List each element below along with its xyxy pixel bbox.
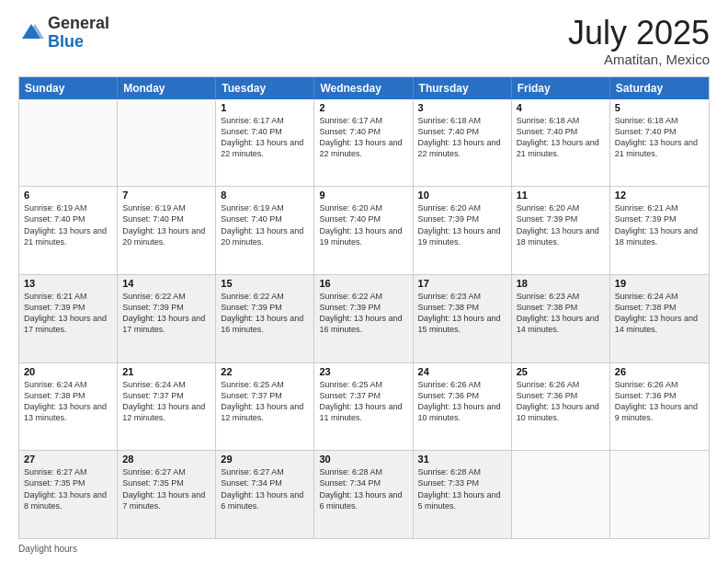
calendar-day-cell: 23Sunrise: 6:25 AM Sunset: 7:37 PM Dayli… [314,363,413,451]
calendar-day-cell: 19Sunrise: 6:24 AM Sunset: 7:38 PM Dayli… [610,275,709,362]
weekday-header: Tuesday [216,77,314,99]
day-number: 5 [615,102,704,113]
logo: General Blue [18,15,109,52]
calendar-day-cell: 29Sunrise: 6:27 AM Sunset: 7:34 PM Dayli… [216,451,314,538]
day-number: 2 [319,102,407,113]
day-number: 21 [122,366,210,377]
day-number: 10 [418,190,506,201]
day-number: 25 [517,366,605,377]
calendar-day-cell: 13Sunrise: 6:21 AM Sunset: 7:39 PM Dayli… [19,275,118,362]
day-number: 7 [122,190,210,201]
day-info: Sunrise: 6:24 AM Sunset: 7:38 PM Dayligh… [24,379,112,424]
calendar-body: 1Sunrise: 6:17 AM Sunset: 7:40 PM Daylig… [19,99,709,538]
calendar-day-cell [610,451,709,538]
day-number: 23 [319,366,407,377]
logo-icon [18,20,44,46]
day-number: 3 [418,102,506,113]
day-info: Sunrise: 6:18 AM Sunset: 7:40 PM Dayligh… [418,115,506,160]
weekday-header: Wednesday [314,77,413,99]
calendar-day-cell: 25Sunrise: 6:26 AM Sunset: 7:36 PM Dayli… [512,363,610,451]
weekday-header: Thursday [414,77,512,99]
day-number: 4 [517,102,605,113]
calendar-week-row: 1Sunrise: 6:17 AM Sunset: 7:40 PM Daylig… [19,99,709,187]
day-number: 27 [24,454,112,465]
calendar-day-cell: 12Sunrise: 6:21 AM Sunset: 7:39 PM Dayli… [610,187,709,274]
calendar-day-cell: 5Sunrise: 6:18 AM Sunset: 7:40 PM Daylig… [610,99,709,187]
calendar-day-cell: 1Sunrise: 6:17 AM Sunset: 7:40 PM Daylig… [216,99,314,187]
header: General Blue July 2025 Amatitan, Mexico [18,15,710,67]
calendar-day-cell: 9Sunrise: 6:20 AM Sunset: 7:40 PM Daylig… [314,187,413,274]
logo-blue: Blue [48,32,84,51]
day-info: Sunrise: 6:24 AM Sunset: 7:38 PM Dayligh… [615,291,704,336]
day-number: 26 [615,366,704,377]
calendar-day-cell: 18Sunrise: 6:23 AM Sunset: 7:38 PM Dayli… [512,275,610,362]
calendar-day-cell: 24Sunrise: 6:26 AM Sunset: 7:36 PM Dayli… [414,363,512,451]
day-info: Sunrise: 6:21 AM Sunset: 7:39 PM Dayligh… [24,291,112,336]
title-block: July 2025 Amatitan, Mexico [568,15,710,67]
day-number: 8 [221,190,309,201]
day-info: Sunrise: 6:19 AM Sunset: 7:40 PM Dayligh… [122,202,210,247]
day-info: Sunrise: 6:25 AM Sunset: 7:37 PM Dayligh… [319,379,407,424]
day-info: Sunrise: 6:26 AM Sunset: 7:36 PM Dayligh… [615,379,704,424]
day-number: 29 [221,454,309,465]
weekday-header: Saturday [610,77,709,99]
day-number: 9 [319,190,407,201]
calendar-day-cell [512,451,610,538]
day-number: 18 [517,278,605,289]
calendar-day-cell: 4Sunrise: 6:18 AM Sunset: 7:40 PM Daylig… [512,99,610,187]
calendar-week-row: 13Sunrise: 6:21 AM Sunset: 7:39 PM Dayli… [19,274,709,362]
day-info: Sunrise: 6:22 AM Sunset: 7:39 PM Dayligh… [319,291,407,336]
calendar-week-row: 20Sunrise: 6:24 AM Sunset: 7:38 PM Dayli… [19,362,709,451]
logo-text: General Blue [48,15,109,52]
day-info: Sunrise: 6:28 AM Sunset: 7:34 PM Dayligh… [319,466,407,511]
calendar-week-row: 6Sunrise: 6:19 AM Sunset: 7:40 PM Daylig… [19,186,709,274]
day-number: 28 [122,454,210,465]
calendar-week-row: 27Sunrise: 6:27 AM Sunset: 7:35 PM Dayli… [19,450,709,538]
calendar-day-cell: 28Sunrise: 6:27 AM Sunset: 7:35 PM Dayli… [118,451,216,538]
calendar-day-cell: 20Sunrise: 6:24 AM Sunset: 7:38 PM Dayli… [19,363,118,451]
calendar-day-cell: 11Sunrise: 6:20 AM Sunset: 7:39 PM Dayli… [512,187,610,274]
day-info: Sunrise: 6:26 AM Sunset: 7:36 PM Dayligh… [517,379,605,424]
calendar-day-cell: 6Sunrise: 6:19 AM Sunset: 7:40 PM Daylig… [19,187,118,274]
day-info: Sunrise: 6:19 AM Sunset: 7:40 PM Dayligh… [221,202,309,247]
calendar-day-cell: 22Sunrise: 6:25 AM Sunset: 7:37 PM Dayli… [216,363,314,451]
weekday-header: Monday [118,77,216,99]
day-number: 11 [517,190,605,201]
day-info: Sunrise: 6:22 AM Sunset: 7:39 PM Dayligh… [122,291,210,336]
day-info: Sunrise: 6:20 AM Sunset: 7:39 PM Dayligh… [418,202,506,247]
day-info: Sunrise: 6:24 AM Sunset: 7:37 PM Dayligh… [122,379,210,424]
day-number: 1 [221,102,309,113]
calendar-day-cell [19,99,118,187]
calendar-day-cell: 15Sunrise: 6:22 AM Sunset: 7:39 PM Dayli… [216,275,314,362]
day-number: 15 [221,278,309,289]
day-info: Sunrise: 6:21 AM Sunset: 7:39 PM Dayligh… [615,202,704,247]
day-info: Sunrise: 6:18 AM Sunset: 7:40 PM Dayligh… [517,115,605,160]
day-number: 30 [319,454,407,465]
day-info: Sunrise: 6:22 AM Sunset: 7:39 PM Dayligh… [221,291,309,336]
day-info: Sunrise: 6:27 AM Sunset: 7:34 PM Dayligh… [221,466,309,511]
day-number: 31 [418,454,506,465]
day-number: 12 [615,190,704,201]
calendar: SundayMondayTuesdayWednesdayThursdayFrid… [18,76,710,539]
day-info: Sunrise: 6:25 AM Sunset: 7:37 PM Dayligh… [221,379,309,424]
footer-note: Daylight hours [18,544,710,554]
calendar-day-cell: 31Sunrise: 6:28 AM Sunset: 7:33 PM Dayli… [414,451,512,538]
day-number: 6 [24,190,112,201]
day-info: Sunrise: 6:20 AM Sunset: 7:39 PM Dayligh… [517,202,605,247]
calendar-day-cell: 10Sunrise: 6:20 AM Sunset: 7:39 PM Dayli… [414,187,512,274]
calendar-day-cell: 3Sunrise: 6:18 AM Sunset: 7:40 PM Daylig… [414,99,512,187]
location: Amatitan, Mexico [568,52,710,67]
day-number: 17 [418,278,506,289]
logo-general: General [48,14,109,32]
day-number: 13 [24,278,112,289]
page: General Blue July 2025 Amatitan, Mexico … [0,0,728,563]
calendar-day-cell: 27Sunrise: 6:27 AM Sunset: 7:35 PM Dayli… [19,451,118,538]
day-number: 20 [24,366,112,377]
day-info: Sunrise: 6:26 AM Sunset: 7:36 PM Dayligh… [418,379,506,424]
calendar-header: SundayMondayTuesdayWednesdayThursdayFrid… [19,77,709,99]
day-number: 16 [319,278,407,289]
calendar-day-cell: 21Sunrise: 6:24 AM Sunset: 7:37 PM Dayli… [118,363,216,451]
day-number: 24 [418,366,506,377]
calendar-day-cell: 26Sunrise: 6:26 AM Sunset: 7:36 PM Dayli… [610,363,709,451]
calendar-day-cell: 30Sunrise: 6:28 AM Sunset: 7:34 PM Dayli… [314,451,413,538]
